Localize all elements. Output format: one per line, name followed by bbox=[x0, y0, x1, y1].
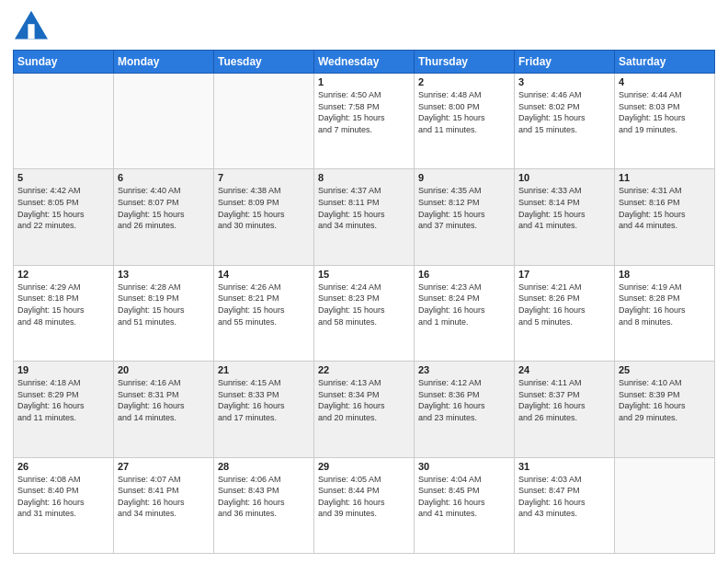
day-number: 2 bbox=[418, 76, 510, 87]
cell-info: Sunrise: 4:05 AM Sunset: 8:44 PM Dayligh… bbox=[318, 474, 410, 520]
cell-info: Sunrise: 4:35 AM Sunset: 8:12 PM Dayligh… bbox=[418, 185, 510, 231]
day-cell-3: 3Sunrise: 4:46 AM Sunset: 8:02 PM Daylig… bbox=[515, 74, 615, 169]
day-number: 16 bbox=[418, 269, 510, 280]
day-cell-18: 18Sunrise: 4:19 AM Sunset: 8:28 PM Dayli… bbox=[615, 265, 715, 361]
day-number: 20 bbox=[118, 364, 210, 375]
week-row-1: 5Sunrise: 4:42 AM Sunset: 8:05 PM Daylig… bbox=[14, 169, 715, 265]
cell-info: Sunrise: 4:50 AM Sunset: 7:58 PM Dayligh… bbox=[318, 89, 410, 135]
cell-info: Sunrise: 4:42 AM Sunset: 8:05 PM Dayligh… bbox=[17, 185, 109, 231]
day-number: 11 bbox=[619, 172, 711, 183]
week-row-3: 19Sunrise: 4:18 AM Sunset: 8:29 PM Dayli… bbox=[14, 362, 715, 457]
day-header-wednesday: Wednesday bbox=[314, 51, 415, 74]
day-number: 24 bbox=[518, 364, 610, 375]
day-number: 23 bbox=[418, 364, 510, 375]
day-cell-5: 5Sunrise: 4:42 AM Sunset: 8:05 PM Daylig… bbox=[14, 169, 114, 265]
day-number: 5 bbox=[17, 172, 109, 183]
day-number: 28 bbox=[218, 461, 310, 472]
day-cell-21: 21Sunrise: 4:15 AM Sunset: 8:33 PM Dayli… bbox=[214, 362, 314, 457]
cell-info: Sunrise: 4:08 AM Sunset: 8:40 PM Dayligh… bbox=[17, 474, 109, 520]
calendar-table: SundayMondayTuesdayWednesdayThursdayFrid… bbox=[13, 50, 715, 554]
day-number: 10 bbox=[518, 172, 610, 183]
day-header-tuesday: Tuesday bbox=[214, 51, 314, 74]
week-row-0: 1Sunrise: 4:50 AM Sunset: 7:58 PM Daylig… bbox=[14, 74, 715, 169]
cell-info: Sunrise: 4:13 AM Sunset: 8:34 PM Dayligh… bbox=[318, 377, 410, 423]
day-cell-24: 24Sunrise: 4:11 AM Sunset: 8:37 PM Dayli… bbox=[515, 362, 615, 457]
logo bbox=[13, 9, 51, 42]
day-number: 27 bbox=[118, 461, 210, 472]
day-cell-31: 31Sunrise: 4:03 AM Sunset: 8:47 PM Dayli… bbox=[515, 457, 615, 553]
day-cell-30: 30Sunrise: 4:04 AM Sunset: 8:45 PM Dayli… bbox=[415, 457, 515, 553]
day-cell-19: 19Sunrise: 4:18 AM Sunset: 8:29 PM Dayli… bbox=[14, 362, 114, 457]
day-cell-29: 29Sunrise: 4:05 AM Sunset: 8:44 PM Dayli… bbox=[314, 457, 415, 553]
cell-info: Sunrise: 4:04 AM Sunset: 8:45 PM Dayligh… bbox=[418, 474, 510, 520]
empty-cell-4-6 bbox=[615, 457, 715, 553]
day-cell-27: 27Sunrise: 4:07 AM Sunset: 8:41 PM Dayli… bbox=[114, 457, 214, 553]
day-cell-4: 4Sunrise: 4:44 AM Sunset: 8:03 PM Daylig… bbox=[615, 74, 715, 169]
day-number: 7 bbox=[218, 172, 310, 183]
cell-info: Sunrise: 4:44 AM Sunset: 8:03 PM Dayligh… bbox=[619, 89, 711, 135]
cell-info: Sunrise: 4:15 AM Sunset: 8:33 PM Dayligh… bbox=[218, 377, 310, 423]
day-header-monday: Monday bbox=[114, 51, 214, 74]
cell-info: Sunrise: 4:46 AM Sunset: 8:02 PM Dayligh… bbox=[518, 89, 610, 135]
cell-info: Sunrise: 4:12 AM Sunset: 8:36 PM Dayligh… bbox=[418, 377, 510, 423]
page: SundayMondayTuesdayWednesdayThursdayFrid… bbox=[0, 0, 728, 563]
day-cell-13: 13Sunrise: 4:28 AM Sunset: 8:19 PM Dayli… bbox=[114, 265, 214, 361]
day-number: 1 bbox=[318, 76, 410, 87]
day-cell-23: 23Sunrise: 4:12 AM Sunset: 8:36 PM Dayli… bbox=[415, 362, 515, 457]
cell-info: Sunrise: 4:11 AM Sunset: 8:37 PM Dayligh… bbox=[518, 377, 610, 423]
cell-info: Sunrise: 4:06 AM Sunset: 8:43 PM Dayligh… bbox=[218, 474, 310, 520]
day-number: 8 bbox=[318, 172, 410, 183]
day-number: 18 bbox=[619, 269, 711, 280]
day-cell-28: 28Sunrise: 4:06 AM Sunset: 8:43 PM Dayli… bbox=[214, 457, 314, 553]
day-number: 6 bbox=[118, 172, 210, 183]
svg-rect-2 bbox=[28, 24, 34, 39]
day-cell-16: 16Sunrise: 4:23 AM Sunset: 8:24 PM Dayli… bbox=[415, 265, 515, 361]
day-header-sunday: Sunday bbox=[14, 51, 114, 74]
day-header-saturday: Saturday bbox=[615, 51, 715, 74]
cell-info: Sunrise: 4:40 AM Sunset: 8:07 PM Dayligh… bbox=[118, 185, 210, 231]
day-number: 12 bbox=[17, 269, 109, 280]
day-cell-11: 11Sunrise: 4:31 AM Sunset: 8:16 PM Dayli… bbox=[615, 169, 715, 265]
day-cell-2: 2Sunrise: 4:48 AM Sunset: 8:00 PM Daylig… bbox=[415, 74, 515, 169]
empty-cell-0-0 bbox=[14, 74, 114, 169]
day-header-friday: Friday bbox=[515, 51, 615, 74]
day-number: 13 bbox=[118, 269, 210, 280]
day-number: 29 bbox=[318, 461, 410, 472]
cell-info: Sunrise: 4:07 AM Sunset: 8:41 PM Dayligh… bbox=[118, 474, 210, 520]
day-number: 15 bbox=[318, 269, 410, 280]
cell-info: Sunrise: 4:21 AM Sunset: 8:26 PM Dayligh… bbox=[518, 282, 610, 327]
day-cell-25: 25Sunrise: 4:10 AM Sunset: 8:39 PM Dayli… bbox=[615, 362, 715, 457]
cell-info: Sunrise: 4:33 AM Sunset: 8:14 PM Dayligh… bbox=[518, 185, 610, 231]
day-cell-7: 7Sunrise: 4:38 AM Sunset: 8:09 PM Daylig… bbox=[214, 169, 314, 265]
day-cell-6: 6Sunrise: 4:40 AM Sunset: 8:07 PM Daylig… bbox=[114, 169, 214, 265]
day-number: 9 bbox=[418, 172, 510, 183]
week-row-2: 12Sunrise: 4:29 AM Sunset: 8:18 PM Dayli… bbox=[14, 265, 715, 361]
logo-icon bbox=[13, 9, 50, 42]
day-number: 19 bbox=[17, 364, 109, 375]
day-number: 17 bbox=[518, 269, 610, 280]
day-cell-26: 26Sunrise: 4:08 AM Sunset: 8:40 PM Dayli… bbox=[14, 457, 114, 553]
day-cell-14: 14Sunrise: 4:26 AM Sunset: 8:21 PM Dayli… bbox=[214, 265, 314, 361]
cell-info: Sunrise: 4:29 AM Sunset: 8:18 PM Dayligh… bbox=[17, 282, 109, 327]
day-number: 22 bbox=[318, 364, 410, 375]
day-number: 3 bbox=[518, 76, 610, 87]
day-cell-1: 1Sunrise: 4:50 AM Sunset: 7:58 PM Daylig… bbox=[314, 74, 415, 169]
day-number: 21 bbox=[218, 364, 310, 375]
header bbox=[13, 9, 715, 42]
cell-info: Sunrise: 4:38 AM Sunset: 8:09 PM Dayligh… bbox=[218, 185, 310, 231]
day-cell-20: 20Sunrise: 4:16 AM Sunset: 8:31 PM Dayli… bbox=[114, 362, 214, 457]
cell-info: Sunrise: 4:10 AM Sunset: 8:39 PM Dayligh… bbox=[619, 377, 711, 423]
cell-info: Sunrise: 4:31 AM Sunset: 8:16 PM Dayligh… bbox=[619, 185, 711, 231]
day-cell-12: 12Sunrise: 4:29 AM Sunset: 8:18 PM Dayli… bbox=[14, 265, 114, 361]
day-header-thursday: Thursday bbox=[415, 51, 515, 74]
day-cell-8: 8Sunrise: 4:37 AM Sunset: 8:11 PM Daylig… bbox=[314, 169, 415, 265]
cell-info: Sunrise: 4:28 AM Sunset: 8:19 PM Dayligh… bbox=[118, 282, 210, 327]
day-cell-22: 22Sunrise: 4:13 AM Sunset: 8:34 PM Dayli… bbox=[314, 362, 415, 457]
day-number: 4 bbox=[619, 76, 711, 87]
day-number: 26 bbox=[17, 461, 109, 472]
day-cell-10: 10Sunrise: 4:33 AM Sunset: 8:14 PM Dayli… bbox=[515, 169, 615, 265]
cell-info: Sunrise: 4:24 AM Sunset: 8:23 PM Dayligh… bbox=[318, 282, 410, 327]
cell-info: Sunrise: 4:16 AM Sunset: 8:31 PM Dayligh… bbox=[118, 377, 210, 423]
day-cell-9: 9Sunrise: 4:35 AM Sunset: 8:12 PM Daylig… bbox=[415, 169, 515, 265]
cell-info: Sunrise: 4:48 AM Sunset: 8:00 PM Dayligh… bbox=[418, 89, 510, 135]
